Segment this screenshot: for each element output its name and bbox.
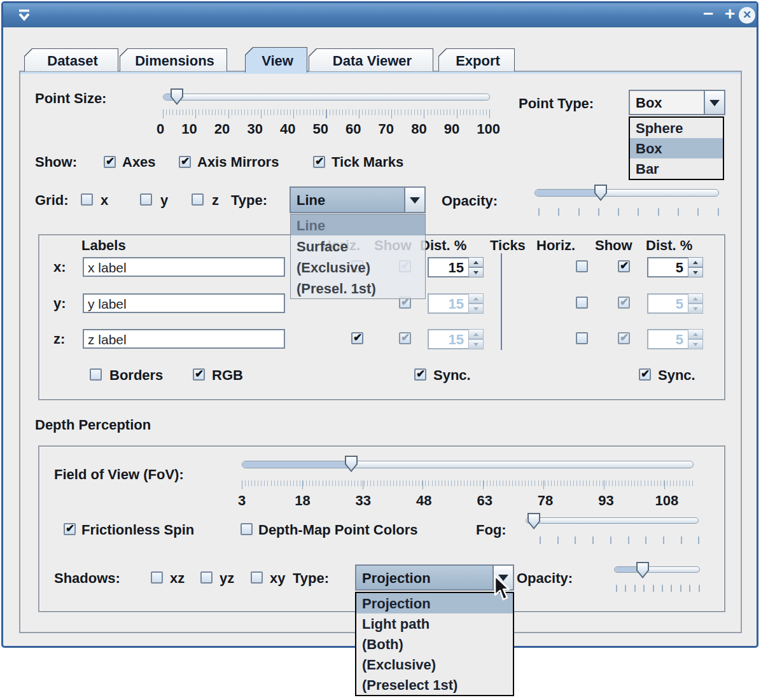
shadows-type-option-both[interactable]: (Both)	[356, 634, 513, 654]
rgb-checkbox[interactable]	[193, 368, 205, 381]
fov-slider[interactable]	[242, 461, 694, 468]
y-ticks-dist-spinner[interactable]: 5	[647, 293, 703, 314]
spinner-up-button[interactable]	[688, 257, 703, 267]
shadows-type-combobox[interactable]: Projection	[355, 564, 514, 591]
screenshot-root: − + ✕ Dataset Dimensions View Data Viewe…	[0, 0, 761, 700]
z-dist-spinner[interactable]: 15	[428, 329, 484, 349]
ticks-sync-label: Sync.	[658, 367, 695, 384]
shadows-yz-label: yz	[220, 570, 234, 587]
point-type-dropdown-arrow[interactable]	[704, 90, 725, 115]
tab-data-viewer-label: Data Viewer	[309, 48, 433, 71]
point-size-tick-labels: 010 2030 4050 6070 8090 100	[157, 121, 500, 137]
grid-type-option-line[interactable]: Line	[291, 214, 425, 235]
frictionless-spin-checkbox[interactable]	[64, 523, 76, 535]
shadows-type-popup: Projection Light path (Both) (Exclusive)…	[355, 592, 514, 696]
ticks-show-header: Show	[595, 237, 632, 254]
tab-export[interactable]: Export	[438, 48, 515, 71]
tab-view[interactable]: View	[245, 47, 307, 73]
point-type-option-sphere[interactable]: Sphere	[630, 118, 723, 138]
fov-tick-marks	[242, 480, 694, 489]
depth-map-point-colors-checkbox[interactable]	[241, 523, 253, 535]
window-shade-icon[interactable]	[17, 9, 31, 22]
shadows-opacity-slider[interactable]	[614, 566, 700, 573]
tab-dataset[interactable]: Dataset	[24, 48, 118, 71]
close-button[interactable]: ✕	[739, 7, 755, 24]
axis-mirrors-checkbox[interactable]	[179, 156, 191, 168]
shadows-xy-checkbox[interactable]	[251, 571, 263, 584]
tick-marks-checkbox[interactable]	[313, 156, 325, 168]
grid-opacity-slider[interactable]	[534, 189, 719, 197]
borders-checkbox[interactable]	[90, 368, 102, 381]
shadows-type-option-light-path[interactable]: Light path	[356, 613, 513, 634]
point-type-combobox[interactable]: Box	[629, 90, 725, 115]
z-axis-label: z:	[53, 331, 65, 347]
fov-slider-thumb[interactable]	[345, 456, 358, 472]
spinner-down-button	[688, 339, 703, 349]
x-ticks-horiz-checkbox[interactable]	[576, 260, 588, 272]
x-dist-spinner[interactable]: 15	[428, 257, 484, 277]
axes-checkbox[interactable]	[104, 156, 116, 168]
spinner-down-button[interactable]	[468, 267, 484, 277]
y-dist-spinner[interactable]: 15	[428, 293, 484, 314]
fog-slider[interactable]	[526, 517, 699, 524]
minimize-button[interactable]: −	[703, 6, 713, 22]
shadows-yz-checkbox[interactable]	[200, 571, 213, 584]
point-type-option-box[interactable]: Box	[630, 138, 723, 158]
z-ticks-dist-spinner[interactable]: 5	[647, 329, 703, 349]
tab-dimensions-label: Dimensions	[120, 48, 227, 71]
x-label-input[interactable]	[83, 257, 285, 277]
y-label-input[interactable]	[83, 293, 285, 313]
point-type-option-bar[interactable]: Bar	[630, 158, 723, 179]
shadows-type-option-exclusive[interactable]: (Exclusive)	[356, 654, 513, 675]
grid-type-label: Type:	[231, 192, 267, 209]
mouse-cursor-icon	[494, 575, 512, 601]
point-size-slider-thumb[interactable]	[171, 88, 183, 105]
tab-dimensions[interactable]: Dimensions	[120, 48, 227, 71]
grid-type-dropdown-arrow[interactable]	[404, 186, 426, 213]
z-horiz-checkbox[interactable]	[351, 332, 363, 344]
shadows-opacity-slider-thumb[interactable]	[636, 562, 649, 578]
grid-y-checkbox[interactable]	[140, 193, 152, 206]
tab-export-label: Export	[438, 48, 515, 71]
x-dist-value[interactable]: 15	[428, 257, 468, 277]
grid-type-option-presel-1st[interactable]: (Presel. 1st)	[291, 277, 425, 298]
x-ticks-dist-spinner[interactable]: 5	[647, 257, 703, 277]
tab-data-viewer[interactable]: Data Viewer	[309, 48, 433, 71]
ticks-sync-checkbox[interactable]	[639, 368, 651, 381]
spinner-up-button[interactable]	[468, 257, 484, 267]
fov-label: Field of View (FoV):	[54, 466, 184, 483]
spinner-down-button	[688, 304, 703, 314]
grid-z-checkbox[interactable]	[192, 193, 204, 206]
shadows-type-option-preselect-1st[interactable]: (Preselect 1st)	[356, 675, 513, 695]
spinner-down-button[interactable]	[688, 267, 703, 277]
z-ticks-show-checkbox[interactable]	[618, 332, 630, 344]
z-show-checkbox[interactable]	[399, 332, 411, 344]
grid-x-checkbox[interactable]	[81, 193, 93, 206]
rgb-label: RGB	[212, 367, 243, 384]
shadows-xz-checkbox[interactable]	[151, 571, 163, 584]
grid-type-option-exclusive[interactable]: (Exclusive)	[291, 256, 425, 277]
grid-type-combobox[interactable]: Line	[290, 186, 426, 213]
x-ticks-show-checkbox[interactable]	[618, 260, 630, 272]
show-label: Show:	[35, 154, 77, 171]
title-bar[interactable]: − + ✕	[3, 3, 757, 27]
tick-marks-label: Tick Marks	[332, 154, 403, 171]
y-ticks-show-checkbox[interactable]	[618, 297, 630, 309]
shadows-type-option-projection[interactable]: Projection	[356, 593, 513, 613]
grid-opacity-tick-marks	[538, 208, 719, 216]
spinner-up-button	[688, 293, 703, 304]
maximize-button[interactable]: +	[725, 6, 735, 22]
fog-slider-thumb[interactable]	[527, 513, 540, 529]
x-ticks-dist-value[interactable]: 5	[647, 257, 688, 277]
labels-sync-checkbox[interactable]	[414, 368, 426, 381]
grid-opacity-slider-thumb[interactable]	[594, 185, 607, 201]
z-ticks-horiz-checkbox[interactable]	[576, 332, 588, 344]
y-ticks-horiz-checkbox[interactable]	[576, 297, 588, 309]
fov-tick-labels: 3 18 33 48 63 78 93 108	[224, 493, 685, 509]
ticks-header: Ticks	[490, 237, 526, 254]
tab-dataset-label: Dataset	[24, 48, 118, 71]
grid-type-option-surface[interactable]: Surface	[291, 235, 425, 256]
point-size-slider[interactable]	[163, 94, 490, 101]
shadows-type-value: Projection	[355, 564, 492, 591]
z-label-input[interactable]	[83, 329, 285, 349]
